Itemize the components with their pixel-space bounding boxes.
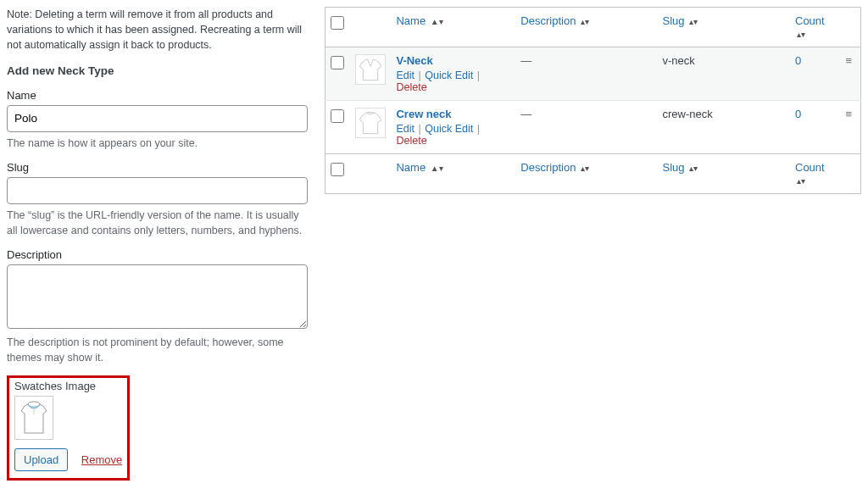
sort-icon: ▴▾: [689, 164, 698, 173]
term-slug: v-neck: [658, 47, 790, 101]
terms-table: Name ▲▾ Description ▴▾ Slug ▴▾ Count ▴▾ …: [325, 7, 861, 194]
col-slug-footer[interactable]: Slug ▴▾: [663, 161, 698, 174]
delete-link[interactable]: Delete: [396, 81, 426, 93]
swatches-label: Swatches Image: [14, 380, 122, 392]
row-checkbox[interactable]: [331, 109, 344, 123]
remove-link[interactable]: Remove: [81, 453, 122, 466]
slug-input[interactable]: [7, 177, 308, 204]
swatches-highlight: Swatches Image Upload Remove: [7, 375, 130, 481]
quick-edit-link[interactable]: Quick Edit: [425, 69, 473, 81]
term-count-link[interactable]: 0: [795, 108, 801, 120]
sort-icon: ▴▾: [581, 18, 589, 26]
edit-link[interactable]: Edit: [396, 123, 415, 135]
more-icon[interactable]: ≡: [846, 108, 853, 120]
description-label: Description: [7, 248, 308, 261]
slug-label: Slug: [7, 161, 308, 174]
term-count-link[interactable]: 0: [795, 54, 801, 67]
term-description: —: [520, 108, 531, 120]
col-name-footer[interactable]: Name ▲▾: [396, 161, 442, 174]
swatches-thumbnail[interactable]: [14, 396, 53, 440]
term-slug: crew-neck: [658, 101, 790, 154]
sort-icon: ▴▾: [797, 31, 805, 39]
col-description-header[interactable]: Description ▴▾: [520, 14, 589, 27]
delete-link[interactable]: Delete: [396, 135, 426, 147]
col-description-footer[interactable]: Description ▴▾: [520, 161, 589, 174]
sort-icon: ▴▾: [689, 18, 698, 26]
sort-icon: ▴▾: [797, 177, 805, 186]
sort-icon: ▲▾: [431, 164, 443, 173]
term-name-link[interactable]: Crew neck: [396, 108, 451, 120]
row-checkbox[interactable]: [331, 56, 344, 69]
more-icon[interactable]: ≡: [846, 54, 853, 67]
col-name-header[interactable]: Name ▲▾: [396, 14, 442, 27]
table-row: Crew neckEdit | Quick Edit | Delete—crew…: [326, 101, 861, 154]
quick-edit-link[interactable]: Quick Edit: [425, 123, 473, 135]
col-count-footer[interactable]: Count ▴▾: [795, 161, 825, 186]
sort-icon: ▴▾: [581, 164, 589, 173]
col-slug-header[interactable]: Slug ▴▾: [663, 14, 698, 27]
col-count-header[interactable]: Count ▴▾: [795, 14, 825, 40]
term-name-link[interactable]: V-Neck: [396, 54, 432, 67]
sort-icon: ▲▾: [431, 18, 443, 26]
edit-link[interactable]: Edit: [396, 69, 415, 81]
name-input[interactable]: [7, 105, 308, 132]
select-all-top[interactable]: [331, 16, 344, 30]
description-help: The description is not prominent by defa…: [7, 335, 308, 365]
description-input[interactable]: [7, 264, 308, 329]
upload-button[interactable]: Upload: [14, 448, 68, 471]
term-description: —: [520, 54, 531, 67]
delete-note: Note: Deleting a term will remove it fro…: [7, 7, 308, 53]
polo-shirt-icon: [18, 399, 50, 436]
select-all-bottom[interactable]: [331, 163, 344, 176]
term-thumbnail: [355, 54, 386, 85]
term-thumbnail: [355, 108, 386, 138]
name-help: The name is how it appears on your site.: [7, 136, 308, 151]
name-label: Name: [7, 89, 308, 102]
slug-help: The “slug” is the URL-friendly version o…: [7, 208, 308, 238]
table-row: V-NeckEdit | Quick Edit | Delete—v-neck0…: [326, 47, 861, 101]
form-heading: Add new Neck Type: [7, 64, 308, 77]
